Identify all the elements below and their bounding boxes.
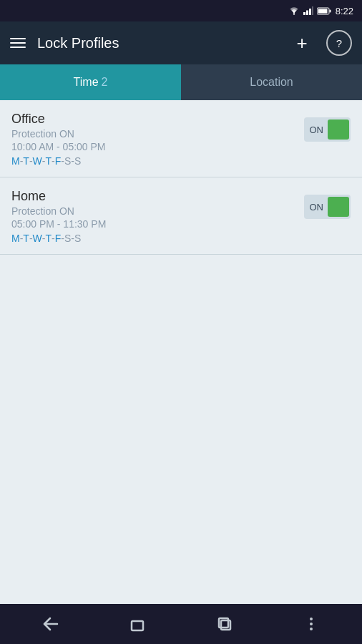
toggle-office[interactable]: ON	[304, 117, 351, 142]
home-button[interactable]	[119, 610, 155, 638]
content-area: Office Protection ON 10:00 AM - 05:00 PM…	[0, 100, 362, 604]
battery-icon	[317, 7, 331, 15]
topbar: Lock Profiles + ?	[0, 21, 362, 64]
home-day-w: W	[33, 233, 42, 244]
profile-days-home: M - T - W - T - F - S - S	[11, 233, 304, 244]
home-day-t2: T	[45, 233, 52, 244]
profile-time-office: 10:00 AM - 05:00 PM	[11, 141, 304, 152]
wifi-icon	[288, 6, 300, 15]
profile-info-office: Office Protection ON 10:00 AM - 05:00 PM…	[11, 112, 304, 167]
home-day-m: M	[11, 233, 20, 244]
home-day-f: F	[55, 233, 62, 244]
svg-rect-1	[303, 12, 305, 15]
tab-location[interactable]: Location	[181, 64, 362, 100]
more-dots-icon	[310, 618, 313, 630]
tab-time-label: Time	[74, 76, 99, 89]
svg-rect-3	[309, 9, 311, 15]
tab-time[interactable]: Time 2	[0, 64, 181, 100]
svg-point-0	[293, 13, 294, 14]
tab-location-label: Location	[250, 76, 293, 89]
svg-rect-2	[306, 11, 308, 16]
svg-rect-4	[312, 6, 313, 15]
home-day-t: T	[23, 233, 29, 244]
profile-info-home: Home Protection ON 05:00 PM - 11:30 PM M…	[11, 189, 304, 244]
profile-days-office: M - T - W - T - F - S - S	[11, 155, 304, 167]
day-s2: S	[74, 155, 81, 167]
hamburger-icon[interactable]	[10, 38, 26, 48]
status-time: 8:22	[336, 6, 353, 16]
profile-time-home: 05:00 PM - 11:30 PM	[11, 218, 304, 230]
day-m: M	[11, 155, 20, 167]
profile-status-office: Protection ON	[11, 128, 304, 140]
tab-time-count: 2	[102, 76, 108, 89]
signal-icon	[303, 6, 313, 15]
toggle-home[interactable]: ON	[304, 195, 351, 219]
svg-rect-9	[132, 621, 143, 630]
recents-button[interactable]	[207, 610, 243, 638]
more-button[interactable]	[293, 610, 329, 638]
tabs: Time 2 Location	[0, 64, 362, 100]
toggle-home-label: ON	[305, 202, 328, 213]
toggle-office-label: ON	[305, 125, 328, 135]
add-button[interactable]: +	[289, 30, 315, 56]
profile-name-home: Home	[11, 189, 304, 204]
svg-rect-6	[318, 9, 327, 13]
home-day-s1: S	[64, 233, 71, 244]
help-button[interactable]: ?	[326, 30, 352, 56]
svg-rect-7	[329, 9, 331, 12]
status-icons	[288, 6, 331, 15]
day-s1: S	[64, 155, 71, 167]
day-t2: T	[45, 155, 52, 167]
bottom-nav	[0, 604, 362, 644]
day-f: F	[55, 155, 62, 167]
profile-item-home[interactable]: Home Protection ON 05:00 PM - 11:30 PM M…	[0, 177, 362, 255]
toggle-home-knob	[328, 197, 349, 217]
day-t: T	[23, 155, 29, 167]
day-w: W	[33, 155, 42, 167]
profile-item-office[interactable]: Office Protection ON 10:00 AM - 05:00 PM…	[0, 100, 362, 177]
home-day-s2: S	[74, 233, 81, 244]
profile-name-office: Office	[11, 112, 304, 127]
topbar-title: Lock Profiles	[37, 35, 278, 52]
profile-status-home: Protection ON	[11, 205, 304, 217]
toggle-office-knob	[328, 119, 349, 140]
back-button[interactable]	[33, 610, 69, 638]
status-bar: 8:22	[0, 0, 362, 21]
